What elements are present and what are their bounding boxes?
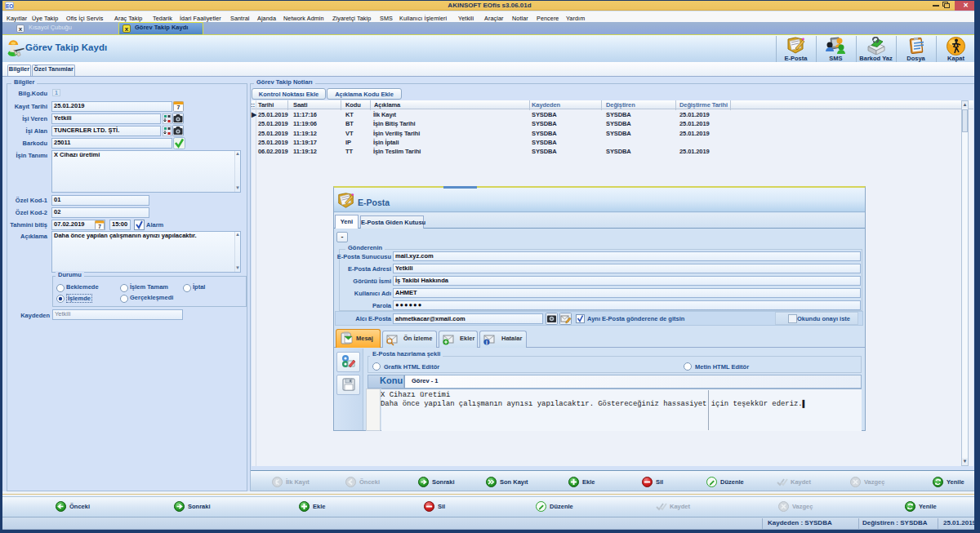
svg-text:7: 7 (177, 104, 180, 110)
svg-text:i: i (486, 340, 488, 345)
svg-text:7: 7 (98, 224, 101, 229)
